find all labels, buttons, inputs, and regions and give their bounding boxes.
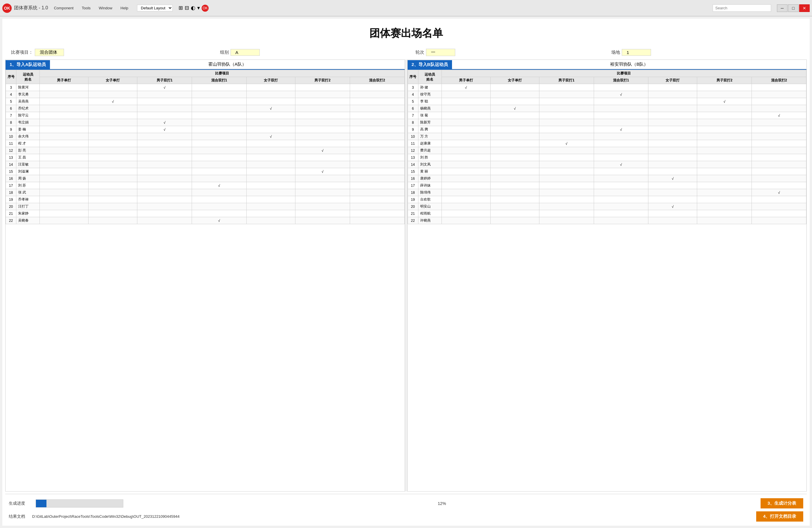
row-event-5 bbox=[295, 182, 350, 189]
team-a-table-scroll[interactable]: 序号 运动员姓名 比赛项目 男子单打 女子单打 男子双打1 混合双打1 女子双打… bbox=[5, 70, 405, 491]
layout-dropdown[interactable]: Default Layout bbox=[137, 5, 173, 11]
generate-button[interactable]: 3、生成计分表 bbox=[760, 498, 803, 509]
layout-icon2[interactable]: ⊟ bbox=[185, 5, 189, 12]
row-event-6 bbox=[752, 119, 807, 126]
row-event-5 bbox=[697, 133, 752, 140]
row-name: 费月超 bbox=[418, 147, 441, 154]
row-num: 12 bbox=[6, 147, 16, 154]
menu-help[interactable]: Help bbox=[120, 6, 128, 10]
row-event-2 bbox=[137, 140, 192, 147]
row-event-2 bbox=[539, 217, 594, 224]
row-event-3 bbox=[192, 189, 247, 196]
row-name: 徐守亮 bbox=[418, 91, 441, 98]
row-name: 陈黄河 bbox=[16, 84, 40, 91]
table-row: 5吴燕燕√ bbox=[6, 98, 405, 105]
row-event-6 bbox=[752, 161, 807, 168]
col-mxd2-b: 混合双打2 bbox=[752, 77, 807, 84]
row-event-4 bbox=[246, 91, 295, 98]
table-row: 18陈绵伟√ bbox=[408, 189, 807, 196]
row-event-3 bbox=[594, 119, 648, 126]
row-event-6 bbox=[752, 91, 807, 98]
search-area[interactable] bbox=[713, 4, 771, 12]
row-event-2 bbox=[539, 154, 594, 161]
row-event-3: √ bbox=[594, 126, 648, 133]
row-event-5 bbox=[295, 119, 350, 126]
layout-icon4[interactable]: ▾ bbox=[197, 5, 200, 12]
row-name: 孙 健 bbox=[418, 84, 441, 91]
row-num: 16 bbox=[408, 175, 418, 182]
row-event-1 bbox=[490, 161, 539, 168]
layout-icon3[interactable]: ◐ bbox=[191, 5, 195, 12]
match-value[interactable]: 混合团体 bbox=[35, 49, 64, 56]
row-event-1 bbox=[490, 84, 539, 91]
row-event-2 bbox=[137, 210, 192, 217]
ok-button[interactable]: OK bbox=[202, 5, 208, 12]
team-a-section: 1、导入A队运动员 霍山羽协队（A队） 序号 运动员姓名 比赛项目 男子单打 女… bbox=[5, 60, 405, 492]
row-event-4 bbox=[648, 112, 697, 119]
row-num: 20 bbox=[408, 203, 418, 210]
row-event-2: √ bbox=[539, 140, 594, 147]
layout-selector[interactable]: Default Layout bbox=[137, 5, 173, 11]
row-event-6: √ bbox=[752, 189, 807, 196]
row-event-5 bbox=[295, 98, 350, 105]
team-b-table-scroll[interactable]: 序号 运动员姓名 比赛项目 男子单打 女子单打 男子双打1 混合双打1 女子双打… bbox=[408, 70, 807, 491]
row-name: 朱家静 bbox=[16, 210, 40, 217]
round-value[interactable]: 一 bbox=[426, 49, 455, 56]
table-row: 4李元勇 bbox=[6, 91, 405, 98]
open-folder-button[interactable]: 4、打开文档目录 bbox=[756, 511, 803, 522]
menu-tools[interactable]: Tools bbox=[82, 6, 90, 10]
row-event-6 bbox=[350, 91, 404, 98]
table-row: 8韦立娟√ bbox=[6, 119, 405, 126]
row-event-1 bbox=[88, 161, 137, 168]
row-event-6 bbox=[350, 189, 404, 196]
row-event-3 bbox=[192, 203, 247, 210]
row-event-1: √ bbox=[88, 98, 137, 105]
row-event-4 bbox=[246, 84, 295, 91]
row-event-0 bbox=[40, 98, 88, 105]
row-event-4: √ bbox=[648, 203, 697, 210]
row-event-1 bbox=[490, 126, 539, 133]
maximize-button[interactable]: □ bbox=[788, 4, 799, 12]
col-mxd1: 混合双打1 bbox=[192, 77, 247, 84]
menu-window[interactable]: Window bbox=[99, 6, 112, 10]
import-team-b-button[interactable]: 2、导入B队运动员 bbox=[408, 60, 452, 69]
row-event-5 bbox=[697, 126, 752, 133]
row-event-0 bbox=[40, 140, 88, 147]
close-button[interactable]: ✕ bbox=[799, 4, 810, 12]
row-name: 乔纪术 bbox=[16, 105, 40, 112]
row-name: 吴燕燕 bbox=[16, 98, 40, 105]
import-team-a-button[interactable]: 1、导入A队运动员 bbox=[5, 60, 50, 69]
row-num: 8 bbox=[6, 119, 16, 126]
row-event-0 bbox=[441, 133, 490, 140]
row-event-5 bbox=[295, 189, 350, 196]
menu-component[interactable]: Component bbox=[54, 6, 73, 10]
row-event-1: √ bbox=[490, 105, 539, 112]
progress-row: 生成进度 12% 3、生成计分表 bbox=[5, 497, 807, 510]
search-input[interactable] bbox=[713, 4, 771, 12]
row-name: 李 聪 bbox=[418, 98, 441, 105]
row-event-2 bbox=[137, 147, 192, 154]
row-event-2 bbox=[137, 217, 192, 224]
col-wsd: 女子单打 bbox=[88, 77, 137, 84]
row-name: 程 才 bbox=[16, 140, 40, 147]
row-event-2 bbox=[539, 189, 594, 196]
row-event-0 bbox=[441, 105, 490, 112]
minimize-button[interactable]: ─ bbox=[777, 4, 787, 12]
progress-label: 生成进度 bbox=[9, 501, 32, 506]
group-value[interactable]: A bbox=[231, 49, 260, 56]
row-event-4 bbox=[246, 147, 295, 154]
row-num: 9 bbox=[408, 126, 418, 133]
venue-value[interactable]: 1 bbox=[622, 49, 651, 56]
row-event-3 bbox=[192, 133, 247, 140]
team-a-events-header: 男子单打 女子单打 男子双打1 混合双打1 女子双打 男子双打2 混合双打2 bbox=[6, 77, 405, 84]
col-num-header-b: 序号 bbox=[408, 70, 418, 84]
row-num: 19 bbox=[408, 196, 418, 203]
layout-icon1[interactable]: ⊞ bbox=[178, 5, 183, 12]
row-event-2 bbox=[137, 154, 192, 161]
row-event-6 bbox=[350, 140, 404, 147]
row-num: 4 bbox=[408, 91, 418, 98]
row-event-6 bbox=[752, 203, 807, 210]
row-event-2 bbox=[137, 189, 192, 196]
row-name: 韦立娟 bbox=[16, 119, 40, 126]
row-event-0 bbox=[441, 154, 490, 161]
